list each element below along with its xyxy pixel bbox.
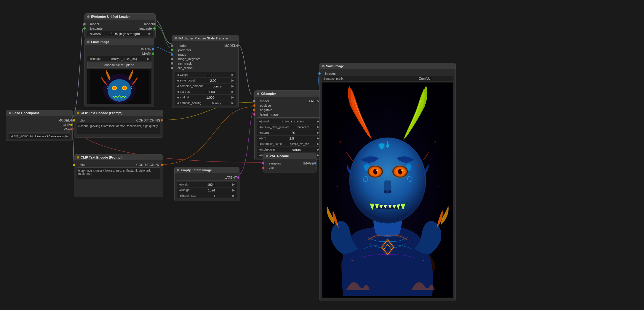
svg-point-16: [373, 169, 377, 175]
preset-widget[interactable]: ◀ preset PLUS (high strength) ▶: [87, 31, 153, 36]
atn-mask-in-dot[interactable]: [171, 62, 173, 65]
model-in-dot[interactable]: [83, 23, 86, 25]
clip-in-port-neg: clip CONDITIONING: [77, 163, 160, 167]
latent-out-dot-el[interactable]: [237, 176, 239, 179]
image-neg-in: image_negative: [175, 57, 236, 61]
positive-prompt-text[interactable]: closeup, glowing fluorescent demon, tech…: [77, 123, 160, 135]
batch-size-widget[interactable]: ◀ batch_size 1 ▶: [177, 193, 237, 198]
svg-point-18: [376, 170, 378, 171]
model-port-dot[interactable]: [70, 119, 73, 122]
image-name-widget[interactable]: ◀ image ComfyUI_31823_.png ▶: [87, 56, 151, 61]
image-arrow-right[interactable]: ▶: [146, 57, 150, 61]
vae-decode-title: VAE Decode: [263, 153, 316, 159]
svg-point-28: [423, 260, 424, 261]
model-in-port: model model: [87, 22, 153, 26]
samples-in-dot[interactable]: [262, 162, 264, 164]
clip-in-dot[interactable]: [73, 119, 75, 122]
ksampler-title: KSampler: [255, 91, 324, 97]
cfg-widget[interactable]: ◀ cfg 2.5 ▶: [257, 136, 321, 141]
clip-port-dot[interactable]: [70, 124, 73, 126]
ckpt-name-widget[interactable]: ◀ ckpt_name Art Universe v3.0.safetensor…: [9, 134, 70, 139]
image-out-dot[interactable]: [152, 48, 154, 50]
clip-in-port: clip CONDITIONING: [77, 119, 160, 122]
latent-out-port: LATENT: [177, 176, 237, 179]
upload-button[interactable]: choose file to upload: [87, 62, 151, 68]
node-dot: [87, 15, 90, 18]
image-in: image: [175, 53, 236, 56]
latent-in-dot[interactable]: [253, 113, 255, 116]
ipadapter-in-dot[interactable]: [171, 49, 173, 51]
clip-out-port: CLIP: [9, 123, 70, 127]
mask-out-dot[interactable]: [152, 52, 154, 55]
style-boost-widget[interactable]: ◀ style_boost 2.00 ▶: [175, 78, 236, 83]
ksampler-node: KSampler model LATENT positive negative …: [254, 90, 324, 160]
vae-decode-node: VAE Decode samples IMAGE vae: [263, 153, 317, 172]
preset-arrow-left[interactable]: ◀: [88, 32, 92, 36]
embeds-scaling-widget[interactable]: ◀ embeds_scaling V only ▶: [175, 100, 236, 106]
preset-arrow-right[interactable]: ▶: [148, 32, 152, 36]
conditioning-out-dot[interactable]: [161, 119, 163, 122]
clip-in-dot-neg[interactable]: [73, 164, 75, 166]
ipadapter-style-node: IPAdapter Precise Style Transfer model M…: [172, 35, 239, 108]
sampler-name-widget[interactable]: ◀ sampler_name dpmpp_2m_sde ▶: [257, 141, 321, 146]
model-out-dot[interactable]: [153, 23, 156, 25]
positive-in-k: positive: [257, 104, 321, 107]
svg-point-20: [384, 190, 387, 193]
vae-port-dot[interactable]: [70, 128, 73, 130]
clip-text-pos-node: CLIP Text Encode (Prompt) clip CONDITION…: [74, 110, 163, 138]
scheduler-widget[interactable]: ◀ scheduler karras ▶: [257, 147, 321, 152]
node-dot: [177, 169, 179, 171]
ckpt-arrow-left[interactable]: ◀: [10, 134, 14, 138]
vae-in: vae: [266, 166, 314, 170]
node-dot: [266, 155, 268, 157]
ckpt-arrow-right[interactable]: ▶: [65, 134, 69, 138]
negative-prompt-text[interactable]: blurry, noisy, messy, lowres, jpeg, arti…: [77, 167, 160, 179]
vae-in-dot[interactable]: [262, 167, 264, 169]
combine-embeds-widget[interactable]: ◀ combine_embeds concat ▶: [175, 84, 236, 89]
clip-vision-in-dot[interactable]: [171, 67, 173, 69]
svg-point-6: [123, 87, 126, 90]
positive-in-dot[interactable]: [253, 104, 255, 107]
ipadapter-loader-node: IPAdapter Unified Loader model model ipa…: [84, 13, 156, 39]
svg-point-24: [434, 141, 436, 143]
image-out-dot-vae[interactable]: [314, 162, 317, 164]
mask-out-port: MASK: [87, 52, 151, 55]
node-title-text: Load Checkpoint: [12, 111, 39, 115]
svg-point-2: [108, 79, 131, 102]
images-in-dot[interactable]: [318, 72, 321, 75]
conditioning-out-dot-neg[interactable]: [161, 164, 163, 166]
svg-point-21: [388, 190, 391, 193]
model-out-dot[interactable]: [236, 44, 239, 47]
image-preview: [87, 69, 151, 104]
image-neg-in-dot[interactable]: [171, 58, 173, 60]
image-in-dot[interactable]: [171, 53, 173, 56]
node-dot: [9, 112, 11, 114]
svg-point-27: [351, 260, 353, 261]
filename-prefix-widget[interactable]: filename_prefix ComfyUI: [322, 76, 453, 81]
image-arrow-left[interactable]: ◀: [88, 57, 92, 61]
model-in-dot-k[interactable]: [253, 100, 255, 102]
model-out-port: MODEL: [9, 119, 70, 122]
clip-vision-in: clip_vision: [175, 66, 236, 70]
weight-widget[interactable]: ◀ weight 1.00 ▶: [175, 72, 236, 77]
seed-widget[interactable]: ◀ seed 979521179133940 ▶: [257, 119, 321, 124]
end-at-widget[interactable]: ◀ end_at 1.000 ▶: [175, 95, 236, 100]
steps-widget[interactable]: ◀ steps 20 ▶: [257, 130, 321, 135]
svg-point-23: [340, 141, 341, 143]
control-after-widget[interactable]: ◀ control_after_generate randomize ▶: [257, 124, 321, 130]
width-widget[interactable]: ◀ width 1024 ▶: [177, 182, 237, 187]
ipadapter-out-dot[interactable]: [153, 27, 156, 30]
samples-in: samples IMAGE: [266, 162, 314, 165]
model-in-dot[interactable]: [171, 44, 173, 47]
node-dot: [322, 65, 325, 67]
atn-mask-in: atn_mask: [175, 62, 236, 65]
start-at-widget[interactable]: ◀ start_at 0.000 ▶: [175, 89, 236, 94]
height-widget[interactable]: ◀ height 1024 ▶: [177, 188, 237, 193]
node-dot: [257, 92, 259, 95]
svg-point-19: [401, 170, 403, 171]
negative-in-dot[interactable]: [253, 109, 255, 111]
load-image-node: Load Image IMAGE MASK ◀ image ComfyUI_31…: [84, 39, 154, 107]
clip-text-pos-title: CLIP Text Encode (Prompt): [74, 110, 163, 116]
ipadapter-in-dot[interactable]: [83, 27, 86, 30]
node-dot: [77, 112, 79, 114]
